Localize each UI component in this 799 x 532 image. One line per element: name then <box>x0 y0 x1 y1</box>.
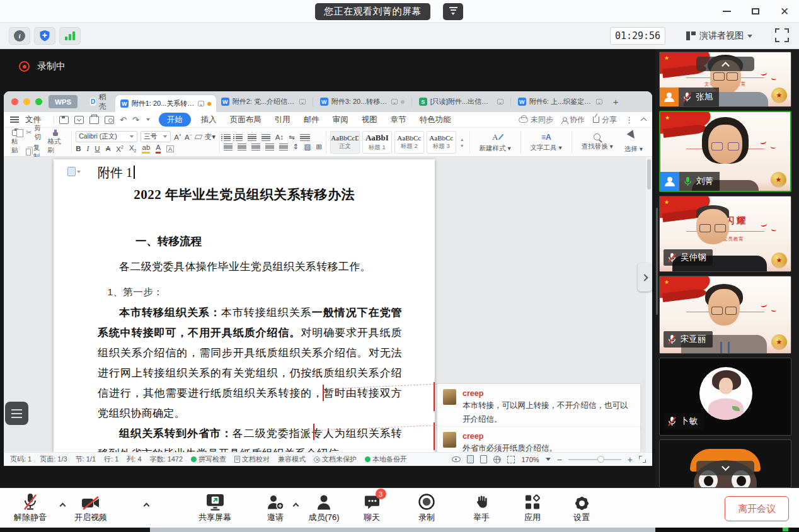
shading-icon[interactable]: ▨ <box>304 144 311 151</box>
comment-card[interactable]: creep 外省市必须开纸质介绍信。 <box>437 427 640 452</box>
paste-options-icon[interactable] <box>67 167 76 176</box>
sidebar-scrollbar[interactable] <box>656 208 658 315</box>
bullet-list-icon[interactable] <box>224 134 231 141</box>
bold-button[interactable]: B <box>76 145 81 153</box>
status-word-count[interactable]: 字数: 1472 <box>150 455 183 464</box>
text-direction-icon[interactable]: ⇋ <box>289 134 295 142</box>
highlight-button[interactable]: ab <box>142 144 150 154</box>
new-style-button[interactable]: A 新建样式 ▾ <box>474 130 517 155</box>
share-button[interactable]: 分享 <box>593 115 617 125</box>
menu-section[interactable]: 章节 <box>391 115 406 125</box>
format-painter-button[interactable]: 格式刷 <box>43 130 67 155</box>
participant-tile[interactable]: ★ 文学 ★ 宋亚丽 <box>659 276 791 354</box>
record-button[interactable]: 录制 <box>409 493 444 523</box>
participant-tile[interactable]: ★ 党徽闪耀 毕业生党员教育 ★ 吴仲钢 <box>659 196 791 272</box>
document-tab-2[interactable]: W 附件2: 党...介绍信模板 <box>216 94 311 110</box>
comment-pane-collapse-button[interactable] <box>638 263 652 291</box>
sort-icon[interactable]: A↕ <box>275 134 284 142</box>
export-icon[interactable] <box>74 116 84 124</box>
collapse-ribbon-button[interactable] <box>641 118 647 124</box>
participant-tile[interactable]: 卜敏 <box>659 358 791 436</box>
style-normal[interactable]: AaBbCcDd正文 <box>330 131 360 154</box>
chevron-down-icon[interactable] <box>546 458 551 463</box>
document-tab-1[interactable]: W 附件1: 20...关系转移办法 <box>115 95 216 112</box>
view-mode-button[interactable]: 演讲者视图 <box>681 27 757 45</box>
document-page[interactable]: 附件 1 2022 年毕业生党员组织关系转移办法 一、转移流程 各二级党委具体操… <box>54 159 435 452</box>
expand-thumbnails-button[interactable] <box>696 461 754 475</box>
fullscreen-button[interactable] <box>775 28 789 42</box>
traffic-lights[interactable] <box>11 98 42 105</box>
font-size-select[interactable]: 三号 <box>141 131 171 142</box>
find-replace-button[interactable]: 查找替换 ▾ <box>576 130 619 155</box>
comment-card[interactable]: creep 本市转接，可以网上转接，不开介绍信，也可以开介绍信。 <box>437 384 640 431</box>
undo-icon[interactable]: ↶ <box>120 116 127 124</box>
underline-button[interactable]: U <box>95 145 100 153</box>
document-tab-3[interactable]: W 附件3: 20...转移友情提示 <box>315 94 410 110</box>
security-button[interactable] <box>34 27 55 45</box>
decrease-indent-icon[interactable] <box>248 134 256 141</box>
grow-font-button[interactable]: A+ <box>174 133 181 141</box>
line-spacing-icon[interactable]: ⇕ <box>293 144 299 151</box>
network-quality-button[interactable] <box>59 27 81 45</box>
style-heading3[interactable]: AaBbCc标题 3 <box>427 131 456 154</box>
side-panel-toggle-button[interactable] <box>5 402 28 425</box>
fullscreen-icon[interactable] <box>639 456 646 463</box>
raise-hand-button[interactable]: 举手 <box>464 493 499 523</box>
increase-indent-icon[interactable] <box>262 134 270 141</box>
menu-home[interactable]: 开始 <box>159 113 191 127</box>
text-tool-button[interactable]: ≡A 文字工具 ▾ <box>525 130 568 155</box>
collaborate-button[interactable]: 协作 <box>561 115 585 125</box>
apps-button[interactable]: 应用 <box>515 493 549 523</box>
italic-button[interactable]: I <box>87 145 89 153</box>
hamburger-menu-icon[interactable] <box>10 116 19 123</box>
chat-button[interactable]: 3 聊天 <box>355 493 389 523</box>
zoom-in-button[interactable]: + <box>628 455 633 464</box>
close-button[interactable]: ✕ <box>778 4 791 18</box>
font-color-button[interactable]: A <box>156 144 161 154</box>
menu-view[interactable]: 视图 <box>362 115 377 125</box>
print-preview-icon[interactable] <box>105 116 114 124</box>
align-center-icon[interactable] <box>238 144 246 150</box>
justify-icon[interactable] <box>265 144 274 150</box>
menu-mailings[interactable]: 邮件 <box>304 115 319 125</box>
zoom-slider[interactable] <box>568 459 621 460</box>
eye-protect-icon[interactable] <box>452 456 461 462</box>
character-border-button[interactable]: A <box>166 145 174 153</box>
strikethrough-button[interactable]: A <box>106 145 111 153</box>
cut-button[interactable]: ✂剪切 <box>26 124 43 142</box>
paste-button[interactable]: 粘贴 <box>8 130 26 155</box>
document-scrollbar[interactable] <box>646 157 652 452</box>
video-options-button[interactable] <box>144 504 151 510</box>
borders-icon[interactable]: ⊞ <box>316 144 322 151</box>
menu-references[interactable]: 引用 <box>275 115 290 125</box>
align-left-icon[interactable] <box>224 144 233 150</box>
font-name-select[interactable]: Calibri (正文) <box>76 131 137 142</box>
protection-status[interactable]: 文档未保护 <box>314 455 357 464</box>
distribute-icon[interactable] <box>279 144 288 150</box>
phonetic-guide-button[interactable]: 变▾ <box>205 133 216 141</box>
meeting-info-button[interactable]: i <box>9 27 30 45</box>
outline-view-icon[interactable] <box>480 455 487 463</box>
save-icon[interactable] <box>59 116 69 124</box>
style-heading2[interactable]: AaBbCc标题 2 <box>394 131 424 154</box>
shrink-font-button[interactable]: A− <box>185 133 192 141</box>
invite-button[interactable]: 邀请 <box>260 493 291 523</box>
page-view-icon[interactable] <box>467 455 474 463</box>
sync-status-button[interactable]: 未同步 <box>519 115 553 125</box>
scrollbar-thumb[interactable] <box>647 159 651 190</box>
clear-format-icon[interactable] <box>194 135 202 139</box>
share-screen-button[interactable]: 共享屏幕 <box>191 493 239 523</box>
document-tab-4[interactable]: S [只读]附件...出信息统计表 <box>414 94 509 110</box>
members-button[interactable]: 成员(76) <box>301 493 347 523</box>
subscript-button[interactable]: X2 <box>129 145 137 153</box>
menu-page-layout[interactable]: 页面布局 <box>230 115 262 125</box>
style-gallery-scroll[interactable]: ▲▼ <box>460 137 464 148</box>
chevron-down-icon[interactable] <box>146 118 150 123</box>
audio-options-button[interactable] <box>60 504 67 510</box>
numbered-list-icon[interactable] <box>236 134 243 141</box>
backup-status[interactable]: 本地备份开 <box>365 455 407 464</box>
zoom-out-button[interactable]: − <box>557 455 562 464</box>
menu-insert[interactable]: 插入 <box>201 115 217 125</box>
collapse-thumbnails-button[interactable] <box>696 57 754 71</box>
proofread-button[interactable]: 文档校对 <box>234 455 270 464</box>
